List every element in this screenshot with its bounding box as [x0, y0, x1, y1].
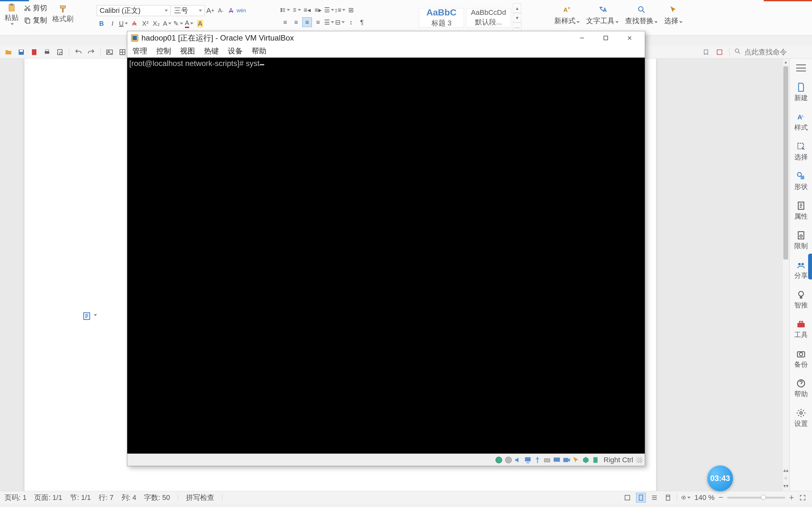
sidepanel-item-smart[interactable]: 智推	[791, 286, 811, 313]
qa-print-button[interactable]	[42, 47, 52, 57]
superscript-button[interactable]: X²	[141, 19, 150, 28]
outline-toggle-button[interactable]	[82, 312, 91, 321]
sidepanel-item-shape[interactable]: 形状	[791, 168, 811, 194]
vbox-titlebar[interactable]: hadoop01 [正在运行] - Oracle VM VirtualBox	[127, 31, 645, 45]
qa-table-button[interactable]	[117, 47, 128, 57]
show-marks-button[interactable]: ¶	[357, 17, 367, 27]
vbox-menu-control[interactable]: 控制	[156, 46, 171, 56]
vertical-scrollbar[interactable]: ▴ ▴▴ ○ ▾▾	[782, 59, 789, 491]
sidepanel-item-style[interactable]: AA样式	[791, 109, 811, 135]
status-words[interactable]: 字数: 50	[144, 493, 170, 503]
highlight-button[interactable]: ✎	[173, 19, 183, 28]
command-search[interactable]	[701, 47, 809, 57]
font-size-select[interactable]: 三号	[171, 5, 205, 16]
qa-preview-button[interactable]	[55, 47, 65, 57]
vm-console[interactable]: [root@localhost network-scripts]# syst	[127, 58, 645, 454]
zoom-out-button[interactable]: −	[719, 493, 723, 503]
sidepanel-item-limit[interactable]: 限制	[791, 227, 811, 253]
track-changes-icon[interactable]	[714, 47, 725, 57]
close-button[interactable]	[618, 32, 642, 44]
number-list-button[interactable]	[291, 5, 301, 15]
vm-usb-icon[interactable]	[533, 456, 542, 464]
zoom-slider[interactable]	[727, 497, 785, 499]
qa-save-button[interactable]	[16, 47, 27, 57]
align-right-button[interactable]: ≡	[302, 17, 312, 27]
prev-page-icon[interactable]: ▴▴	[783, 467, 789, 473]
browse-object-icon[interactable]: ○	[784, 475, 788, 481]
vm-harddisk-icon[interactable]	[495, 456, 503, 464]
scroll-thumb[interactable]	[783, 66, 788, 260]
text-tool-button[interactable]: 文字工具	[586, 5, 619, 26]
distribute-button[interactable]: ☰	[324, 17, 334, 27]
sidepanel-item-backup[interactable]: 备份	[791, 346, 811, 372]
panel-menu-button[interactable]	[796, 64, 806, 71]
underline-button[interactable]: U	[118, 19, 128, 28]
vm-audio-icon[interactable]	[514, 456, 522, 464]
line-spacing-button[interactable]: ↕≡	[335, 5, 345, 15]
style-heading3[interactable]: AaBbC 标题 3	[419, 8, 464, 27]
tab-stops-button[interactable]: ⊟	[335, 17, 345, 27]
strikethrough-button[interactable]: A	[130, 19, 139, 28]
status-line[interactable]: 行: 7	[99, 493, 113, 503]
vm-network-icon[interactable]	[524, 456, 532, 464]
select-button[interactable]: 选择	[664, 5, 682, 26]
resize-grip-icon[interactable]	[637, 457, 642, 463]
sidepanel-item-settings[interactable]: 设置	[791, 405, 811, 431]
vm-capture-icon[interactable]	[581, 456, 590, 464]
text-effects-button[interactable]: A	[162, 19, 172, 28]
cut-button[interactable]: 剪切	[22, 3, 48, 13]
style-up-icon[interactable]: ▴	[513, 3, 521, 13]
sidepanel-item-property[interactable]: 属性	[791, 198, 811, 224]
phonetic-button[interactable]: wén	[237, 6, 246, 15]
status-section[interactable]: 节: 1/1	[70, 493, 91, 503]
protect-eye-button[interactable]	[681, 493, 691, 503]
vm-cd-icon[interactable]	[504, 456, 513, 464]
shading-button[interactable]: A	[195, 19, 205, 28]
vm-mouse-icon[interactable]	[572, 456, 580, 464]
grow-font-button[interactable]: A+	[206, 6, 215, 15]
qa-open-button[interactable]	[3, 47, 13, 57]
paste-button[interactable]: 粘贴	[3, 2, 20, 26]
view-web-button[interactable]	[663, 493, 673, 503]
sidepanel-item-tools[interactable]: 工具	[791, 316, 811, 342]
increase-indent-button[interactable]: ≡▸	[313, 5, 323, 15]
vm-display-icon[interactable]	[553, 456, 561, 464]
view-fullscreen-button[interactable]	[622, 493, 632, 503]
minimize-button[interactable]	[570, 32, 594, 44]
qa-image-button[interactable]	[104, 47, 115, 57]
vbox-menu-help[interactable]: 帮助	[252, 46, 266, 56]
recording-timer-badge[interactable]: 03:43	[707, 465, 733, 491]
italic-button[interactable]: I	[108, 19, 117, 28]
shrink-font-button[interactable]: A-	[216, 6, 225, 15]
status-col[interactable]: 列: 4	[121, 493, 136, 503]
decrease-indent-button[interactable]: ≡◂	[302, 5, 312, 15]
qa-pdf-button[interactable]	[29, 47, 39, 57]
clear-format-button[interactable]: A̶	[226, 6, 236, 15]
style-down-icon[interactable]: ▾	[513, 13, 521, 22]
align-left-button[interactable]: ≡	[280, 17, 290, 27]
bullet-list-button[interactable]	[280, 5, 290, 15]
view-page-button[interactable]	[636, 493, 646, 503]
char-scale-button[interactable]: ☰	[324, 5, 334, 15]
command-search-input[interactable]	[744, 48, 809, 56]
sidepanel-item-select[interactable]: 选择	[791, 138, 811, 165]
new-style-button[interactable]: A✦ 新样式	[554, 5, 580, 26]
font-name-select[interactable]: Calibri (正文)	[97, 5, 171, 16]
vm-shared-icon[interactable]	[543, 456, 551, 464]
sidepanel-item-new[interactable]: 新建	[791, 79, 811, 106]
copy-button[interactable]: 复制	[22, 15, 48, 26]
vbox-menu-view[interactable]: 视图	[180, 46, 195, 56]
sort-button[interactable]: ↕	[346, 17, 356, 27]
status-page[interactable]: 页码: 1	[4, 493, 27, 503]
align-justify-button[interactable]: ≡	[313, 17, 323, 27]
vm-clipboard-icon[interactable]	[591, 456, 600, 464]
reading-mode-icon[interactable]	[701, 47, 711, 57]
borders-button[interactable]: ⊞	[346, 5, 356, 15]
scroll-up-icon[interactable]: ▴	[783, 59, 789, 65]
find-replace-button[interactable]: 查找替换	[625, 5, 658, 26]
style-default[interactable]: AaBbCcDd 默认段...	[466, 8, 511, 27]
subscript-button[interactable]: X₂	[151, 19, 161, 28]
font-color-button[interactable]: A	[184, 19, 194, 28]
sidepanel-item-help[interactable]: 帮助	[791, 375, 811, 402]
zoom-value[interactable]: 140 %	[694, 494, 714, 502]
